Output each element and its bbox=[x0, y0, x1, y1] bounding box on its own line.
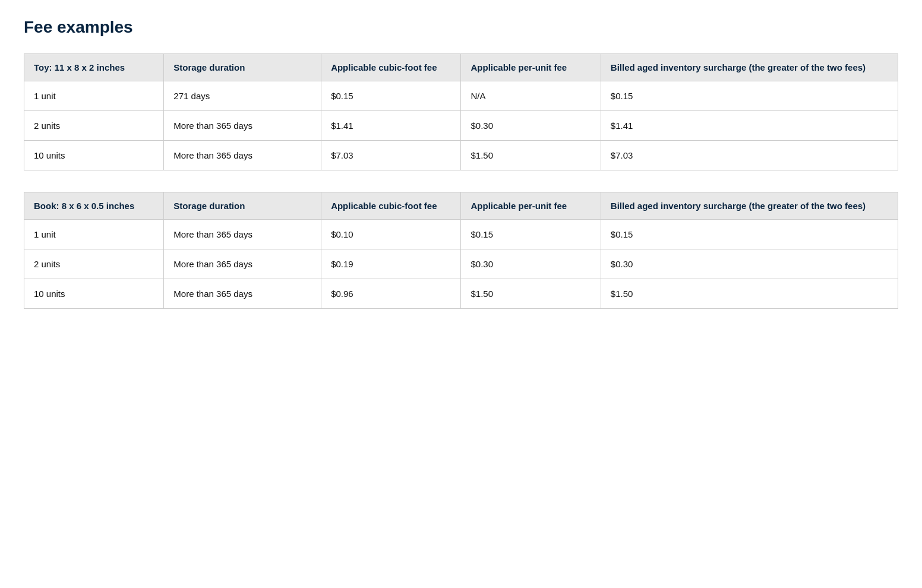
cell-col2: More than 365 days bbox=[164, 279, 321, 309]
cell-col2: More than 365 days bbox=[164, 220, 321, 249]
table1-header-col1: Toy: 11 x 8 x 2 inches bbox=[24, 54, 164, 81]
table2-header-col2: Storage duration bbox=[164, 192, 321, 220]
table2-section: Book: 8 x 6 x 0.5 inches Storage duratio… bbox=[24, 192, 898, 309]
table2-header-col3: Applicable cubic-foot fee bbox=[321, 192, 461, 220]
table-row: 1 unit271 days$0.15N/A$0.15 bbox=[24, 81, 898, 111]
toy-fee-table: Toy: 11 x 8 x 2 inches Storage duration … bbox=[24, 53, 898, 170]
cell-col3: $0.10 bbox=[321, 220, 461, 249]
cell-col1: 10 units bbox=[24, 141, 164, 170]
cell-col5: $1.41 bbox=[601, 111, 898, 141]
table2-header-col5: Billed aged inventory surcharge (the gre… bbox=[601, 192, 898, 220]
cell-col4: N/A bbox=[461, 81, 601, 111]
book-fee-table: Book: 8 x 6 x 0.5 inches Storage duratio… bbox=[24, 192, 898, 309]
table1-header-col5: Billed aged inventory surcharge (the gre… bbox=[601, 54, 898, 81]
table-row: 2 unitsMore than 365 days$0.19$0.30$0.30 bbox=[24, 249, 898, 279]
cell-col4: $0.15 bbox=[461, 220, 601, 249]
cell-col3: $7.03 bbox=[321, 141, 461, 170]
table2-header-col1: Book: 8 x 6 x 0.5 inches bbox=[24, 192, 164, 220]
cell-col4: $1.50 bbox=[461, 141, 601, 170]
cell-col1: 1 unit bbox=[24, 81, 164, 111]
page-title: Fee examples bbox=[24, 18, 898, 37]
table1-section: Toy: 11 x 8 x 2 inches Storage duration … bbox=[24, 53, 898, 170]
table1-header-col4: Applicable per-unit fee bbox=[461, 54, 601, 81]
table1-header-row: Toy: 11 x 8 x 2 inches Storage duration … bbox=[24, 54, 898, 81]
cell-col4: $0.30 bbox=[461, 111, 601, 141]
cell-col3: $0.15 bbox=[321, 81, 461, 111]
table-row: 2 unitsMore than 365 days$1.41$0.30$1.41 bbox=[24, 111, 898, 141]
cell-col5: $1.50 bbox=[601, 279, 898, 309]
cell-col4: $1.50 bbox=[461, 279, 601, 309]
cell-col2: More than 365 days bbox=[164, 249, 321, 279]
cell-col2: More than 365 days bbox=[164, 111, 321, 141]
cell-col2: 271 days bbox=[164, 81, 321, 111]
table-row: 10 unitsMore than 365 days$0.96$1.50$1.5… bbox=[24, 279, 898, 309]
table2-header-row: Book: 8 x 6 x 0.5 inches Storage duratio… bbox=[24, 192, 898, 220]
table-row: 1 unitMore than 365 days$0.10$0.15$0.15 bbox=[24, 220, 898, 249]
table-row: 10 unitsMore than 365 days$7.03$1.50$7.0… bbox=[24, 141, 898, 170]
cell-col2: More than 365 days bbox=[164, 141, 321, 170]
cell-col1: 2 units bbox=[24, 249, 164, 279]
table1-header-col3: Applicable cubic-foot fee bbox=[321, 54, 461, 81]
cell-col3: $1.41 bbox=[321, 111, 461, 141]
cell-col4: $0.30 bbox=[461, 249, 601, 279]
cell-col3: $0.19 bbox=[321, 249, 461, 279]
table1-header-col2: Storage duration bbox=[164, 54, 321, 81]
cell-col5: $0.15 bbox=[601, 81, 898, 111]
cell-col1: 2 units bbox=[24, 111, 164, 141]
cell-col5: $0.15 bbox=[601, 220, 898, 249]
cell-col1: 1 unit bbox=[24, 220, 164, 249]
cell-col5: $0.30 bbox=[601, 249, 898, 279]
table2-header-col4: Applicable per-unit fee bbox=[461, 192, 601, 220]
cell-col3: $0.96 bbox=[321, 279, 461, 309]
cell-col5: $7.03 bbox=[601, 141, 898, 170]
cell-col1: 10 units bbox=[24, 279, 164, 309]
